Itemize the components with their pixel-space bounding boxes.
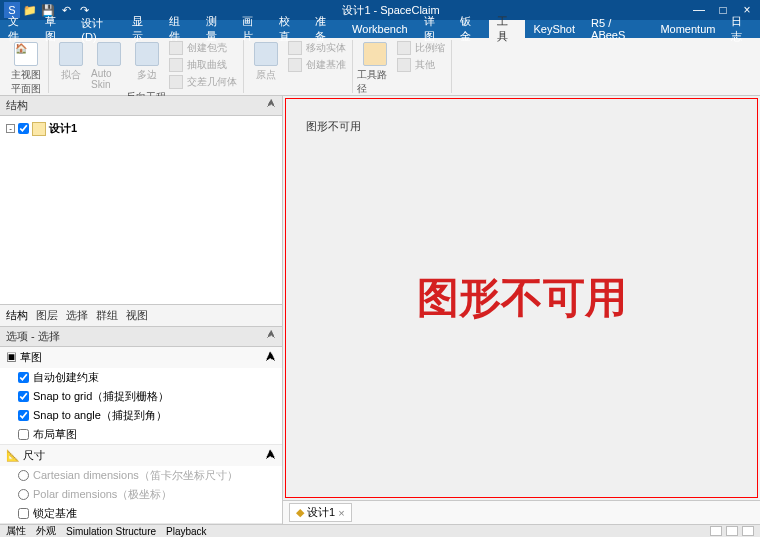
wrap-button[interactable]: 创建包壳 [167, 40, 239, 56]
other-button[interactable]: 其他 [395, 57, 447, 73]
home-view-button[interactable]: 🏠 主视图 平面图 [8, 40, 44, 96]
tab-facet[interactable]: 画片 [234, 20, 271, 38]
tab-detail[interactable]: 详图 [416, 20, 453, 38]
doc-name: 设计1 [307, 505, 335, 520]
radio-cartesian[interactable] [18, 470, 29, 481]
radio-polar[interactable] [18, 489, 29, 500]
collapse-icon[interactable]: ⮝ [267, 329, 276, 344]
tab-display[interactable]: 显示 [124, 20, 161, 38]
design-icon [32, 122, 46, 136]
ribbon: 🏠 主视图 平面图 定向 拟合 Auto Skin 多边 创建包壳 抽取曲线 交… [0, 38, 760, 96]
structure-tree[interactable]: - 设计1 [0, 116, 282, 304]
options-panel: ▣ 草图⮝ 自动创建约束 Snap to grid（捕捉到栅格） Snap to… [0, 347, 282, 524]
ribbon-group-orient: 🏠 主视图 平面图 定向 [4, 40, 49, 93]
ptab-groups[interactable]: 群组 [96, 308, 118, 323]
collapse-icon[interactable]: ⮝ [267, 98, 276, 113]
tab-file[interactable]: 文件 [0, 20, 37, 38]
document-tabs: ◆ 设计1 × [283, 500, 760, 524]
tree-root[interactable]: - 设计1 [4, 120, 278, 137]
tab-tools[interactable]: 工具 [489, 20, 526, 38]
tab-workbench[interactable]: Workbench [344, 20, 415, 38]
status-bar: 属性 外观 Simulation Structure Playback [0, 524, 760, 537]
tab-assembly[interactable]: 组件 [161, 20, 198, 38]
ptab-layers[interactable]: 图层 [36, 308, 58, 323]
expand-icon[interactable]: - [6, 124, 15, 133]
ptab-selection[interactable]: 选择 [66, 308, 88, 323]
cb-layout-sketch[interactable] [18, 429, 29, 440]
datum-button[interactable]: 创建基准 [286, 57, 348, 73]
options-title: 选项 - 选择 [6, 329, 60, 344]
options-header: 选项 - 选择 ⮝ [0, 327, 282, 347]
tab-log[interactable]: 日志 [723, 20, 760, 38]
tab-repair[interactable]: 校直 [271, 20, 308, 38]
graphics-unavailable-small: 图形不可用 [306, 119, 361, 134]
main-area: 结构 ⮝ - 设计1 结构 图层 选择 群组 视图 选项 - 选择 ⮝ ▣ 草图… [0, 96, 760, 524]
fit-button[interactable]: 拟合 [53, 40, 89, 82]
ptab-views[interactable]: 视图 [126, 308, 148, 323]
status-btn-2[interactable] [726, 526, 738, 536]
status-tab-props[interactable]: 属性 [6, 524, 26, 537]
minimize-button[interactable]: — [690, 3, 708, 17]
extract-button[interactable]: 抽取曲线 [167, 57, 239, 73]
move-body-button[interactable]: 移动实体 [286, 40, 348, 56]
structure-title: 结构 [6, 98, 28, 113]
cb-autoconstraint[interactable] [18, 372, 29, 383]
group-label [248, 92, 348, 93]
label2: 平面图 [11, 82, 41, 96]
origin-button[interactable]: 原点 [248, 40, 284, 82]
status-btn-3[interactable] [742, 526, 754, 536]
tab-keyshot[interactable]: KeyShot [525, 20, 583, 38]
status-btn-1[interactable] [710, 526, 722, 536]
tab-design[interactable]: 设计(D) [73, 20, 124, 38]
section-dim[interactable]: 📐 尺寸⮝ [0, 445, 282, 466]
structure-header: 结构 ⮝ [0, 96, 282, 116]
viewport[interactable]: 图形不可用 图形不可用 [285, 98, 758, 498]
close-tab-icon[interactable]: × [338, 507, 344, 519]
tab-measure[interactable]: 测量 [198, 20, 235, 38]
doc-icon: ◆ [296, 506, 304, 519]
canvas-area: 图形不可用 图形不可用 ◆ 设计1 × [283, 96, 760, 524]
scale-button[interactable]: 比例缩 [395, 40, 447, 56]
status-tab-sim[interactable]: Simulation Structure [66, 526, 156, 537]
status-tab-playback[interactable]: Playback [166, 526, 207, 537]
graphics-unavailable-big: 图形不可用 [417, 270, 627, 326]
section-cursor[interactable]: ▣ 草图⮝ [0, 347, 282, 368]
ribbon-group-3: 原点 移动实体 创建基准 [244, 40, 353, 93]
cb-snap-grid[interactable] [18, 391, 29, 402]
visibility-checkbox[interactable] [18, 123, 29, 134]
toolpath-button[interactable]: 工具路径 [357, 40, 393, 96]
tree-label: 设计1 [49, 121, 77, 136]
cb-snap-angle[interactable] [18, 410, 29, 421]
poly-button[interactable]: 多边 [129, 40, 165, 82]
ribbon-group-mfg: 工具路径 比例缩 其他 制造 [353, 40, 452, 93]
status-tab-appearance[interactable]: 外观 [36, 524, 56, 537]
ribbon-tabs: 文件 草图 设计(D) 显示 组件 测量 画片 校直 准备 Workbench … [0, 20, 760, 38]
left-pane: 结构 ⮝ - 设计1 结构 图层 选择 群组 视图 选项 - 选择 ⮝ ▣ 草图… [0, 96, 283, 524]
tab-momentum[interactable]: Momentum [652, 20, 723, 38]
doc-tab[interactable]: ◆ 设计1 × [289, 503, 352, 522]
ribbon-group-reverse: 拟合 Auto Skin 多边 创建包壳 抽取曲线 交差几何体 反向工程 [49, 40, 244, 93]
ptab-structure[interactable]: 结构 [6, 308, 28, 323]
tab-sheetmetal[interactable]: 钣金 [452, 20, 489, 38]
tab-r5[interactable]: R5 / ABeeS [583, 20, 652, 38]
home-icon: 🏠 [14, 42, 38, 66]
cb-lock-base[interactable] [18, 508, 29, 519]
tab-prepare[interactable]: 准备 [307, 20, 344, 38]
maximize-button[interactable]: □ [714, 3, 732, 17]
label: 主视图 [11, 68, 41, 82]
autoskin-button[interactable]: Auto Skin [91, 40, 127, 90]
intersect-button[interactable]: 交差几何体 [167, 74, 239, 90]
tab-sketch[interactable]: 草图 [37, 20, 74, 38]
panel-tabs: 结构 图层 选择 群组 视图 [0, 304, 282, 327]
